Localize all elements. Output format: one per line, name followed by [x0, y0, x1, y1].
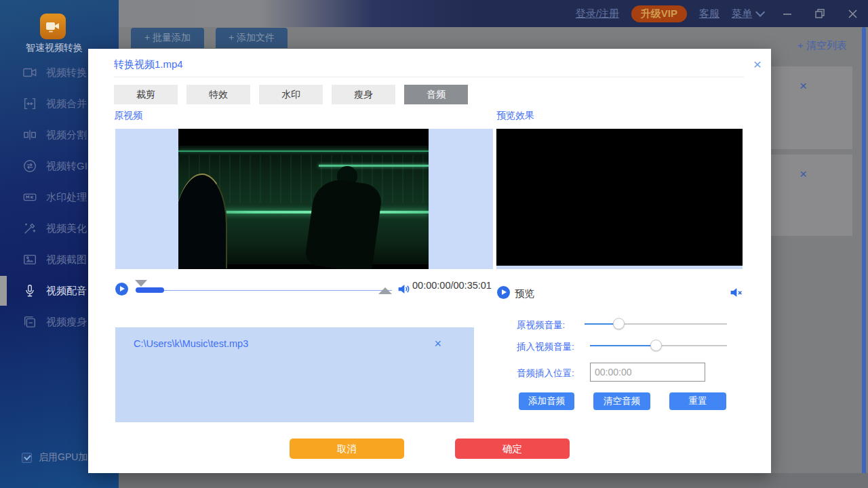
preview-effect-label: 预览效果: [496, 110, 534, 122]
insert-position-label: 音频插入位置:: [517, 367, 574, 380]
trim-start-marker[interactable]: [135, 280, 147, 287]
cancel-button[interactable]: 取消: [290, 439, 404, 459]
sidebar-item-label: 视频转换: [46, 66, 87, 79]
menu-label: 菜单: [732, 7, 752, 20]
clear-audio-button[interactable]: 清空音频: [593, 392, 650, 410]
play-button[interactable]: [115, 283, 128, 296]
microphone-icon: [22, 283, 37, 298]
login-register-link[interactable]: 登录/注册: [576, 7, 619, 20]
magic-wand-icon: [22, 221, 37, 236]
tab-audio[interactable]: 音频: [404, 85, 468, 104]
preview-progress-strip: [496, 266, 743, 269]
minimize-button[interactable]: [780, 6, 795, 21]
tab-crop[interactable]: 裁剪: [114, 85, 178, 104]
snapshot-icon: [22, 252, 37, 267]
preview-effect-screen: [496, 129, 743, 266]
checkbox-checked-icon[interactable]: [22, 453, 32, 463]
seek-bar-loaded-segment[interactable]: [136, 287, 164, 293]
preview-button-label: 预览: [515, 287, 534, 300]
audio-file-path: C:\Users\k\Music\test.mp3: [134, 338, 248, 349]
edit-video-dialog: 转换视频1.mp4 × 裁剪 特效 水印 瘦身 音频 原视频 预览效果: [88, 49, 771, 473]
watermark-icon: [22, 190, 37, 205]
merge-icon: [22, 96, 37, 111]
gpu-acceleration-toggle[interactable]: 启用GPU加速: [22, 451, 97, 464]
add-audio-button[interactable]: 添加音频: [519, 392, 574, 410]
sidebar-item-label: 视频截图: [46, 253, 87, 266]
app-window: 登录/注册 升级VIP 客服 菜单 + 批量添加 + 添加文件 + 清空列表 ×…: [0, 0, 868, 488]
preview-play-button[interactable]: [497, 286, 510, 299]
divider: [114, 77, 744, 77]
insert-position-input[interactable]: [590, 363, 705, 382]
remove-file-icon[interactable]: ×: [800, 79, 807, 94]
speaker-muted-icon[interactable]: [729, 285, 743, 300]
file-list-card: ×: [771, 155, 852, 236]
sidebar-item-label: 视频分割: [46, 129, 87, 142]
original-video-label: 原视频: [114, 110, 142, 122]
dialog-title: 转换视频1.mp4: [114, 58, 183, 71]
time-display: 00:00:00/00:35:01: [412, 278, 494, 293]
add-file-button[interactable]: + 添加文件: [216, 28, 288, 48]
split-icon: [22, 127, 37, 142]
clear-list-button[interactable]: + 清空列表: [797, 39, 847, 52]
remove-audio-icon[interactable]: ×: [434, 337, 441, 351]
scrollbar[interactable]: [862, 27, 866, 487]
reset-button[interactable]: 重置: [669, 392, 726, 410]
sidebar-item-label: 视频瘦身: [46, 316, 87, 329]
slider-handle[interactable]: [650, 340, 662, 351]
insert-volume-slider[interactable]: [590, 345, 727, 346]
video-camera-icon: [22, 65, 37, 80]
slim-icon: [22, 314, 37, 329]
tab-slim[interactable]: 瘦身: [332, 85, 395, 104]
app-logo: [40, 14, 66, 39]
sidebar-item-label: 水印处理: [46, 191, 87, 204]
original-video-preview: [115, 129, 493, 269]
insert-volume-label: 插入视频音量:: [517, 341, 574, 353]
original-volume-label: 原视频音量:: [517, 319, 565, 331]
batch-add-button[interactable]: + 批量添加: [131, 28, 204, 48]
file-list-card: ×: [771, 66, 852, 149]
confirm-button[interactable]: 确定: [455, 439, 570, 459]
sidebar-item-label: 视频美化: [46, 222, 87, 235]
slider-handle[interactable]: [613, 318, 625, 329]
tab-watermark[interactable]: 水印: [259, 85, 323, 104]
convert-circle-icon: [22, 159, 37, 174]
sidebar-item-label: 视频配音: [46, 285, 87, 298]
backdrop-bottom-strip: [88, 473, 868, 488]
audio-file-list: C:\Users\k\Music\test.mp3 ×: [115, 327, 474, 422]
speaker-icon[interactable]: [397, 282, 411, 296]
chevron-down-icon: [755, 7, 765, 17]
dialog-close-icon[interactable]: ×: [753, 57, 762, 71]
tab-effects[interactable]: 特效: [186, 85, 250, 104]
remove-file-icon[interactable]: ×: [800, 167, 807, 182]
edit-tabs: 裁剪 特效 水印 瘦身 音频: [114, 85, 468, 104]
seek-bar[interactable]: [136, 290, 392, 291]
movie-scene: [178, 146, 429, 264]
close-window-button[interactable]: [845, 6, 860, 21]
sidebar-item-label: 视频合并: [46, 98, 87, 110]
restore-window-button[interactable]: [812, 6, 827, 21]
sidebar-item-label: 视频转GIF: [46, 160, 94, 173]
upgrade-vip-button[interactable]: 升级VIP: [631, 5, 687, 22]
original-volume-slider[interactable]: [585, 323, 727, 325]
menu-dropdown[interactable]: 菜单: [732, 7, 762, 20]
video-frame: [178, 129, 429, 269]
trim-end-marker[interactable]: [378, 287, 392, 294]
customer-service-link[interactable]: 客服: [699, 7, 719, 20]
title-bar: 登录/注册 升级VIP 客服 菜单: [0, 0, 868, 27]
